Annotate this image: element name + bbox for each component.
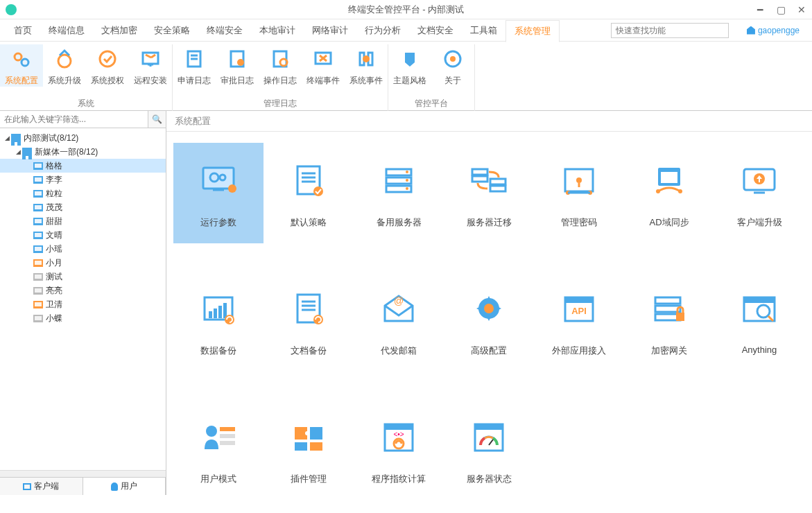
sidebar-tab-label: 客户端 xyxy=(34,480,59,492)
ribbon-button[interactable]: 系统事件 xyxy=(345,44,388,87)
tile-label: Anything xyxy=(742,345,777,355)
svg-rect-35 xyxy=(472,176,487,182)
config-tile[interactable]: AD域同步 xyxy=(624,143,714,243)
config-tile[interactable]: @代发邮箱 xyxy=(354,271,444,372)
ribbon-icon xyxy=(96,47,119,71)
user-icon xyxy=(747,26,755,35)
tree-leaf[interactable]: 卫清 xyxy=(0,297,166,311)
menu-item[interactable]: 行为分析 xyxy=(356,20,409,41)
ribbon-button[interactable]: 审批日志 xyxy=(216,44,259,87)
ribbon-icon xyxy=(398,47,422,71)
menu-item[interactable]: 工具箱 xyxy=(462,20,506,41)
svg-point-46 xyxy=(656,189,660,193)
tree-twist-icon[interactable]: ◢ xyxy=(3,134,11,141)
tree-leaf[interactable]: 甜甜 xyxy=(0,214,166,228)
menu-item[interactable]: 文档加密 xyxy=(93,20,146,41)
terminal-icon xyxy=(33,315,43,322)
ribbon-group: 主题风格关于管控平台 xyxy=(388,44,475,111)
config-tile[interactable]: 服务器迁移 xyxy=(444,143,534,243)
sidebar-tab[interactable]: 客户端 xyxy=(0,478,83,495)
config-tile[interactable]: 加密网关 xyxy=(624,271,714,372)
menu-item[interactable]: 终端信息 xyxy=(40,20,93,41)
ribbon-button[interactable]: 系统升级 xyxy=(43,44,86,87)
config-tile[interactable]: API外部应用接入 xyxy=(534,271,624,372)
svg-text:@: @ xyxy=(394,295,404,306)
global-search-input[interactable] xyxy=(611,23,729,38)
ribbon-button[interactable]: 申请日志 xyxy=(173,44,216,87)
menu-item[interactable]: 终端安全 xyxy=(198,20,251,41)
config-row: 用户模式插件管理<•>程序指纹计算服务器状态 xyxy=(173,399,805,495)
tile-label: 程序指纹计算 xyxy=(372,473,426,485)
ribbon-button[interactable]: 系统配置 xyxy=(0,44,43,87)
svg-rect-82 xyxy=(295,442,307,451)
config-tile[interactable]: 客户端升级 xyxy=(714,143,804,243)
config-tile[interactable]: 备用服务器 xyxy=(354,143,444,243)
config-tile[interactable]: 管理密码 xyxy=(534,143,624,243)
ribbon-label: 系统升级 xyxy=(43,75,86,87)
tree-leaf[interactable]: 小瑶 xyxy=(0,242,166,256)
menu-item[interactable]: 本地审计 xyxy=(251,20,304,41)
svg-point-47 xyxy=(678,189,682,193)
tree-twist-icon[interactable]: ◢ xyxy=(14,148,22,155)
svg-line-91 xyxy=(489,440,493,445)
ribbon-icon xyxy=(225,47,249,71)
tree-leaf[interactable]: 李李 xyxy=(0,173,166,186)
maximize-button[interactable]: ▢ xyxy=(770,0,791,19)
tree-leaf[interactable]: 文晴 xyxy=(0,228,166,242)
ribbon-button[interactable]: 操作日志 xyxy=(259,44,302,87)
tree-group[interactable]: ◢新媒体一部(8/12) xyxy=(0,145,166,159)
config-tile[interactable]: <•>程序指纹计算 xyxy=(354,399,444,495)
config-tile[interactable]: 文档备份 xyxy=(264,271,354,372)
terminal-icon xyxy=(33,287,43,295)
tile-icon xyxy=(558,164,600,197)
tile-icon xyxy=(288,164,329,197)
sidebar-tab[interactable]: 用户 xyxy=(83,478,166,495)
user-chip[interactable]: gaopengge xyxy=(740,26,806,35)
tree-leaf[interactable]: 茂茂 xyxy=(0,200,166,214)
ribbon-button[interactable]: 系统授权 xyxy=(86,44,129,87)
config-tile[interactable]: 默认策略 xyxy=(264,143,354,243)
config-tile[interactable]: 数据备份 xyxy=(173,271,264,372)
window-title: 终端安全管控平台 - 内部测试 xyxy=(348,3,465,16)
ribbon: 系统配置系统升级系统授权远程安装系统申请日志审批日志操作日志终端事件系统事件管理… xyxy=(0,42,812,111)
svg-point-3 xyxy=(100,51,115,67)
config-tile[interactable]: Anything xyxy=(714,271,804,372)
ribbon-button[interactable]: 远程安装 xyxy=(129,44,172,87)
config-tile[interactable]: 运行参数 xyxy=(173,143,264,243)
config-tile[interactable]: 高级配置 xyxy=(444,271,534,372)
config-tile[interactable]: 用户模式 xyxy=(173,399,264,495)
terminal-icon xyxy=(33,204,43,211)
tree-leaf[interactable]: 小蝶 xyxy=(0,311,166,325)
ribbon-button[interactable]: 终端事件 xyxy=(302,44,345,87)
ribbon-button[interactable]: 关于 xyxy=(431,44,474,87)
svg-point-33 xyxy=(406,187,408,190)
tile-label: 服务器状态 xyxy=(467,473,512,485)
tree-leaf[interactable]: 测试 xyxy=(0,270,166,284)
search-icon[interactable]: 🔍 xyxy=(148,111,166,128)
menu-item[interactable]: 安全策略 xyxy=(146,20,198,41)
menu-item[interactable]: 首页 xyxy=(6,20,40,41)
minimize-button[interactable]: ━ xyxy=(750,0,770,19)
tile-label: 插件管理 xyxy=(291,473,327,485)
menu-item[interactable]: 文档安全 xyxy=(409,20,462,41)
config-row: 运行参数默认策略备用服务器服务器迁移管理密码AD域同步客户端升级 xyxy=(173,143,805,243)
title-bar: 终端安全管控平台 - 内部测试 ━ ▢ ✕ xyxy=(0,0,812,19)
config-tile[interactable]: 服务器状态 xyxy=(444,399,534,495)
menu-item[interactable]: 网络审计 xyxy=(304,20,356,41)
svg-rect-77 xyxy=(220,427,235,431)
terminal-icon xyxy=(33,218,43,225)
tree-root[interactable]: ◢内部测试(8/12) xyxy=(0,131,166,145)
ribbon-button[interactable]: 主题风格 xyxy=(388,44,431,87)
tree-leaf[interactable]: 粒粒 xyxy=(0,186,166,200)
sidebar-search-input[interactable] xyxy=(0,111,148,128)
ribbon-icon xyxy=(311,47,335,71)
sidebar-h-scrollbar[interactable] xyxy=(0,470,166,477)
tree-leaf[interactable]: 亮亮 xyxy=(0,284,166,297)
menu-item[interactable]: 系统管理 xyxy=(506,20,560,42)
tree-leaf[interactable]: 格格 xyxy=(0,159,166,173)
tree-leaf[interactable]: 小月 xyxy=(0,256,166,270)
config-tile[interactable]: 插件管理 xyxy=(264,399,354,495)
close-button[interactable]: ✕ xyxy=(791,0,812,19)
terminal-icon xyxy=(33,259,43,267)
tile-icon xyxy=(648,292,690,325)
